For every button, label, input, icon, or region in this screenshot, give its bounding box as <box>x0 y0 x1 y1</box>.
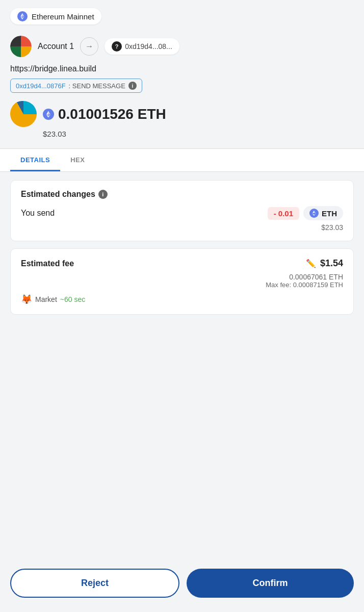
eth-amount: 0.01001526 ETH <box>43 106 166 122</box>
bottom-bar: Reject Confirm <box>0 560 364 612</box>
tabs: DETAILS HEX <box>0 149 364 171</box>
site-card: https://bridge.linea.build 0xd19d4...087… <box>0 64 364 148</box>
eth-token-pill: ETH <box>303 206 343 220</box>
eth-amount-text: 0.01001526 ETH <box>58 106 166 122</box>
send-amount-badge: - 0.01 <box>268 207 299 220</box>
estimated-fee-card: Estimated fee ✏️ $1.54 0.00067061 ETH Ma… <box>10 248 354 315</box>
account-name: Account 1 <box>38 42 74 51</box>
contract-address: 0xd19d4...0876F <box>16 82 66 90</box>
network-label: Ethereum Mainnet <box>32 12 94 21</box>
token-label: ETH <box>322 209 337 218</box>
reject-button[interactable]: Reject <box>10 569 179 598</box>
confirm-button[interactable]: Confirm <box>187 569 354 598</box>
fee-max: Max fee: 0.00087159 ETH <box>21 281 343 289</box>
eth-token-icon <box>309 209 319 218</box>
arrow-icon: → <box>80 37 98 56</box>
unknown-icon: ? <box>112 41 122 52</box>
tab-details[interactable]: DETAILS <box>10 149 60 171</box>
amount-row: 0.01001526 ETH <box>10 101 354 128</box>
fee-right: ✏️ $1.54 <box>306 258 343 269</box>
to-address-pill[interactable]: ? 0xd19d4...08... <box>105 38 179 55</box>
token-chart-icon <box>10 101 37 128</box>
account-row: Account 1 → ? 0xd19d4...08... <box>0 31 364 64</box>
contract-info-icon[interactable]: i <box>128 82 137 90</box>
main-content: Estimated changes i You send - 0.01 <box>0 172 364 560</box>
to-address-text: 0xd19d4...08... <box>125 42 172 50</box>
fee-row: Estimated fee ✏️ $1.54 <box>21 258 343 269</box>
fee-eth: 0.00067061 ETH <box>21 273 343 281</box>
send-amount-group: - 0.01 ETH <box>268 206 343 220</box>
changes-info-icon[interactable]: i <box>98 190 108 199</box>
network-bar: Ethereum Mainnet <box>0 0 364 31</box>
avatar <box>10 36 32 57</box>
eth-diamond-icon <box>43 109 54 120</box>
fee-title: Estimated fee <box>21 259 74 268</box>
site-url: https://bridge.linea.build <box>10 64 354 73</box>
fox-icon: 🦊 <box>21 294 32 305</box>
fee-usd: $1.54 <box>320 258 343 269</box>
ethereum-network-icon <box>17 11 28 21</box>
market-row: 🦊 Market ~60 sec <box>21 294 343 305</box>
you-send-label: You send <box>21 209 55 218</box>
network-pill[interactable]: Ethereum Mainnet <box>10 8 101 24</box>
market-time: ~60 sec <box>60 295 85 303</box>
send-usd: $23.03 <box>21 223 343 232</box>
estimated-changes-title: Estimated changes i <box>21 190 343 199</box>
estimated-changes-card: Estimated changes i You send - 0.01 <box>10 180 354 241</box>
contract-label: : SEND MESSAGE <box>69 82 125 90</box>
you-send-row: You send - 0.01 ETH <box>21 206 343 220</box>
usd-value: $23.03 <box>43 130 354 138</box>
contract-pill[interactable]: 0xd19d4...0876F : SEND MESSAGE i <box>10 79 142 93</box>
svg-point-4 <box>309 209 319 218</box>
tab-hex[interactable]: HEX <box>60 149 95 171</box>
market-label: Market <box>35 295 57 303</box>
edit-fee-icon[interactable]: ✏️ <box>306 259 316 268</box>
